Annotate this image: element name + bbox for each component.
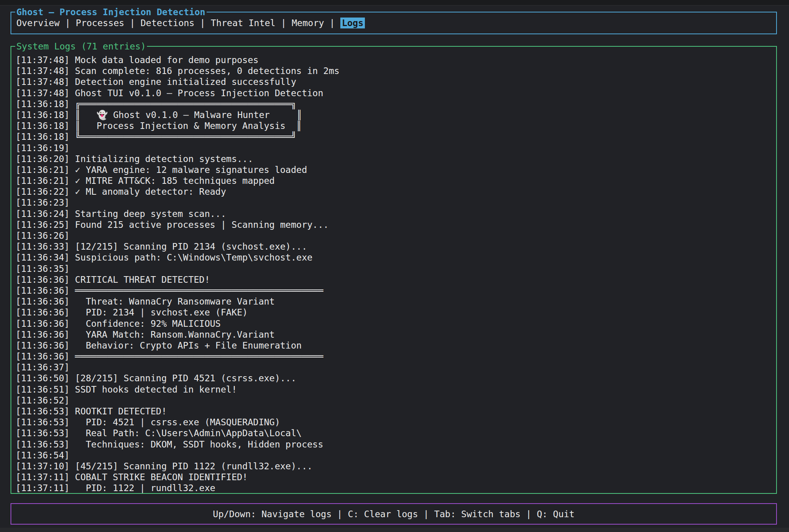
keybind-help: Up/Down: Navigate logs | C: Clear logs |… xyxy=(11,504,776,524)
log-message: Confidence: 92% MALICIOUS xyxy=(69,319,221,329)
log-line: [11:36:52] xyxy=(16,395,772,406)
log-line: [11:36:54] xyxy=(16,450,772,461)
log-line: [11:37:48] Detection engine initialized … xyxy=(16,76,772,87)
log-line: [11:36:36] YARA Match: Ransom.WannaCry.V… xyxy=(16,329,772,340)
log-timestamp: [11:36:53] xyxy=(16,439,69,449)
log-message: PID: 1122 | rundll32.exe xyxy=(69,483,215,493)
log-timestamp: [11:36:35] xyxy=(16,264,69,274)
log-timestamp: [11:36:19] xyxy=(16,143,69,153)
log-timestamp: [11:36:18] xyxy=(16,121,69,131)
log-timestamp: [11:36:53] xyxy=(16,406,69,416)
logs-panel: System Logs (71 entries) [11:37:48] Mock… xyxy=(11,46,777,494)
log-timestamp: [11:36:36] xyxy=(16,319,69,329)
tab-threat-intel[interactable]: Threat Intel xyxy=(211,18,276,28)
log-message: Scan complete: 816 processes, 0 detectio… xyxy=(69,66,339,76)
log-line: [11:36:36] ═════════════════════════════… xyxy=(16,285,772,296)
log-message: [12/215] Scanning PID 2134 (svchost.exe)… xyxy=(69,241,307,252)
log-line: [11:36:36] Behavior: Crypto APIs + File … xyxy=(16,340,772,351)
log-timestamp: [11:36:36] xyxy=(16,296,69,307)
tab-overview[interactable]: Overview xyxy=(16,18,60,28)
log-timestamp: [11:36:34] xyxy=(16,252,69,262)
log-message: PID: 4521 | csrss.exe (MASQUERADING) xyxy=(69,417,280,427)
log-message: SSDT hooks detected in kernel! xyxy=(69,384,237,395)
log-message: ROOTKIT DETECTED! xyxy=(69,406,166,416)
log-timestamp: [11:37:48] xyxy=(16,66,69,76)
log-line: [11:36:18] ╔════════════════════════════… xyxy=(16,99,772,109)
log-message xyxy=(69,362,75,372)
log-line: [11:36:19] xyxy=(16,143,772,153)
log-message: [45/215] Scanning PID 1122 (rundll32.exe… xyxy=(69,461,312,471)
log-message: Behavior: Crypto APIs + File Enumeration xyxy=(69,340,301,351)
log-timestamp: [11:36:54] xyxy=(16,450,69,460)
tab-memory[interactable]: Memory xyxy=(292,18,324,28)
tab-separator: | xyxy=(60,18,76,28)
log-message: Starting deep system scan... xyxy=(69,209,226,219)
window-top-edge xyxy=(0,0,789,5)
tab-logs[interactable]: Logs xyxy=(340,18,365,28)
log-timestamp: [11:37:48] xyxy=(16,55,69,65)
log-line: [11:36:21] ✓ MITRE ATT&CK: 185 technique… xyxy=(16,175,772,186)
tab-detections[interactable]: Detections xyxy=(141,18,195,28)
footer-bar: Up/Down: Navigate logs | C: Clear logs |… xyxy=(11,503,777,525)
log-timestamp: [11:36:18] xyxy=(16,99,69,109)
log-line: [11:36:37] xyxy=(16,362,772,373)
log-timestamp: [11:36:36] xyxy=(16,275,69,285)
log-message: Found 215 active processes | Scanning me… xyxy=(69,220,329,230)
tab-bar: Ghost — Process Injection Detection Over… xyxy=(11,12,777,34)
log-timestamp: [11:36:50] xyxy=(16,373,69,383)
log-timestamp: [11:36:53] xyxy=(16,428,69,438)
log-list[interactable]: [11:37:48] Mock data loaded for demo pur… xyxy=(11,47,776,493)
log-line: [11:36:18] ╚════════════════════════════… xyxy=(16,131,772,142)
log-line: [11:37:11] COBALT STRIKE BEACON IDENTIFI… xyxy=(16,472,772,483)
window-bottom-edge xyxy=(0,528,789,532)
log-line: [11:36:33] [12/215] Scanning PID 2134 (s… xyxy=(16,241,772,252)
log-line: [11:36:24] Starting deep system scan... xyxy=(16,208,772,219)
log-line: [11:37:48] Ghost TUI v0.1.0 — Process In… xyxy=(16,88,772,99)
log-message: Ghost TUI v0.1.0 — Process Injection Det… xyxy=(69,88,323,98)
log-timestamp: [11:37:48] xyxy=(16,88,69,98)
tab-separator: | xyxy=(195,18,211,28)
log-message: PID: 2134 | svchost.exe (FAKE) xyxy=(69,307,248,317)
log-message: ╚═══════════════════════════════════════… xyxy=(69,132,296,142)
log-timestamp: [11:36:21] xyxy=(16,176,69,186)
log-line: [11:36:25] Found 215 active processes | … xyxy=(16,219,772,230)
log-line: [11:37:48] Scan complete: 816 processes,… xyxy=(16,65,772,76)
log-message: YARA Match: Ransom.WannaCry.Variant xyxy=(69,329,274,340)
log-line: [11:36:18] ║ 👻 Ghost v0.1.0 — Malware Hu… xyxy=(16,109,772,120)
terminal-screen: Ghost — Process Injection Detection Over… xyxy=(0,0,789,532)
log-timestamp: [11:36:37] xyxy=(16,362,69,372)
log-timestamp: [11:36:51] xyxy=(16,384,69,395)
app-title: Ghost — Process Injection Detection xyxy=(15,6,207,18)
log-line: [11:36:36] CRITICAL THREAT DETECTED! xyxy=(16,274,772,285)
log-message xyxy=(69,231,75,241)
log-line: [11:36:21] ✓ YARA engine: 12 malware sig… xyxy=(16,164,772,175)
log-timestamp: [11:37:48] xyxy=(16,77,69,87)
log-timestamp: [11:36:26] xyxy=(16,231,69,241)
log-timestamp: [11:37:10] xyxy=(16,461,69,471)
log-line: [11:36:22] ✓ ML anomaly detector: Ready xyxy=(16,186,772,197)
log-timestamp: [11:36:36] xyxy=(16,340,69,351)
log-timestamp: [11:36:24] xyxy=(16,209,69,219)
log-timestamp: [11:36:53] xyxy=(16,417,69,427)
log-message: Suspicious path: C:\Windows\Temp\svchost… xyxy=(69,252,312,262)
log-message: ✓ MITRE ATT&CK: 185 techniques mapped xyxy=(69,176,274,186)
log-line: [11:36:18] ║ Process Injection & Memory … xyxy=(16,120,772,131)
log-message: ║ Process Injection & Memory Analysis ║ xyxy=(69,121,301,131)
log-timestamp: [11:36:33] xyxy=(16,241,69,252)
log-line: [11:36:53] Real Path: C:\Users\Admin\App… xyxy=(16,428,772,439)
log-line: [11:36:34] Suspicious path: C:\Windows\T… xyxy=(16,252,772,263)
log-message: ✓ YARA engine: 12 malware signatures loa… xyxy=(69,165,307,175)
log-timestamp: [11:36:25] xyxy=(16,220,69,230)
tab-processes[interactable]: Processes xyxy=(76,18,124,28)
log-message: Techniques: DKOM, SSDT hooks, Hidden pro… xyxy=(69,439,323,449)
log-line: [11:36:36] Confidence: 92% MALICIOUS xyxy=(16,318,772,329)
log-timestamp: [11:36:22] xyxy=(16,187,69,197)
log-message: COBALT STRIKE BEACON IDENTIFIED! xyxy=(69,472,248,482)
log-message: ════════════════════════════════════════… xyxy=(69,285,323,296)
log-timestamp: [11:36:21] xyxy=(16,165,69,175)
log-timestamp: [11:37:11] xyxy=(16,483,69,493)
log-timestamp: [11:36:36] xyxy=(16,307,69,317)
log-timestamp: [11:36:18] xyxy=(16,132,69,142)
log-message xyxy=(69,395,75,405)
log-message: Real Path: C:\Users\Admin\AppData\Local\ xyxy=(69,428,301,438)
